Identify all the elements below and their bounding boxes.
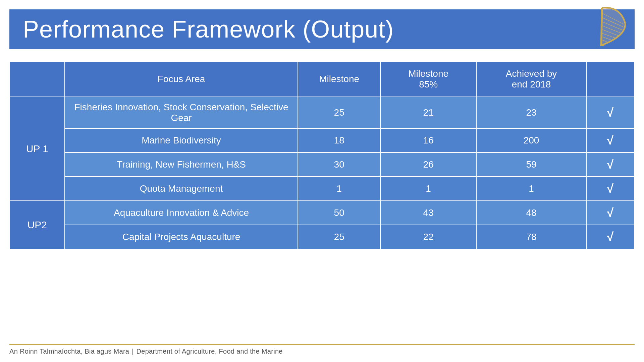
table-row: UP 1 Fisheries Innovation, Stock Conserv…	[10, 97, 634, 128]
col-header-up	[10, 61, 65, 97]
achieved-cell: 48	[476, 201, 586, 225]
milestone-cell: 30	[298, 153, 380, 177]
table-row: Quota Management 1 1 1 √	[10, 177, 634, 201]
table-row: Training, New Fishermen, H&S 30 26 59 √	[10, 153, 634, 177]
achieved-cell: 78	[476, 225, 586, 249]
milestone-cell: 25	[298, 97, 380, 128]
footer: An Roinn Talmhaíochta, Bia agus Mara | D…	[9, 344, 635, 355]
milestone85-cell: 21	[380, 97, 476, 128]
table-wrapper: Focus Area Milestone Milestone85% Achiev…	[9, 61, 635, 249]
milestone-cell: 25	[298, 225, 380, 249]
table-row: Marine Biodiversity 18 16 200 √	[10, 128, 634, 153]
col-header-achieved: Achieved byend 2018	[476, 61, 586, 97]
table-header-row: Focus Area Milestone Milestone85% Achiev…	[10, 61, 634, 97]
achieved-cell: 59	[476, 153, 586, 177]
achieved-cell: 1	[476, 177, 586, 201]
tick-cell: √	[586, 201, 634, 225]
up1-label: UP 1	[10, 97, 65, 201]
table-row: Capital Projects Aquaculture 25 22 78 √	[10, 225, 634, 249]
col-header-focus: Focus Area	[65, 61, 298, 97]
table-row: UP2 Aquaculture Innovation & Advice 50 4…	[10, 201, 634, 225]
col-header-milestone: Milestone	[298, 61, 380, 97]
footer-divider: |	[132, 348, 133, 355]
focus-area-cell: Marine Biodiversity	[65, 128, 298, 153]
page-title: Performance Framework (Output)	[23, 15, 394, 43]
achieved-cell: 200	[476, 128, 586, 153]
tick-cell: √	[586, 153, 634, 177]
tick-cell: √	[586, 97, 634, 128]
milestone85-cell: 1	[380, 177, 476, 201]
col-header-milestone85: Milestone85%	[380, 61, 476, 97]
tick-cell: √	[586, 225, 634, 249]
focus-area-cell: Quota Management	[65, 177, 298, 201]
footer-left: An Roinn Talmhaíochta, Bia agus Mara	[9, 348, 129, 355]
focus-area-cell: Capital Projects Aquaculture	[65, 225, 298, 249]
up2-label: UP2	[10, 201, 65, 249]
tick-cell: √	[586, 128, 634, 153]
col-header-tick	[586, 61, 634, 97]
tick-cell: √	[586, 177, 634, 201]
milestone-cell: 50	[298, 201, 380, 225]
milestone85-cell: 22	[380, 225, 476, 249]
header-bar: Performance Framework (Output)	[9, 9, 635, 49]
focus-area-cell: Fisheries Innovation, Stock Conservation…	[65, 97, 298, 128]
svg-line-0	[601, 8, 602, 45]
milestone85-cell: 43	[380, 201, 476, 225]
performance-table: Focus Area Milestone Milestone85% Achiev…	[9, 61, 635, 249]
milestone-cell: 1	[298, 177, 380, 201]
focus-area-cell: Training, New Fishermen, H&S	[65, 153, 298, 177]
harp-logo	[594, 5, 631, 48]
milestone85-cell: 26	[380, 153, 476, 177]
footer-right: Department of Agriculture, Food and the …	[137, 348, 283, 355]
milestone85-cell: 16	[380, 128, 476, 153]
focus-area-cell: Aquaculture Innovation & Advice	[65, 201, 298, 225]
achieved-cell: 23	[476, 97, 586, 128]
milestone-cell: 18	[298, 128, 380, 153]
